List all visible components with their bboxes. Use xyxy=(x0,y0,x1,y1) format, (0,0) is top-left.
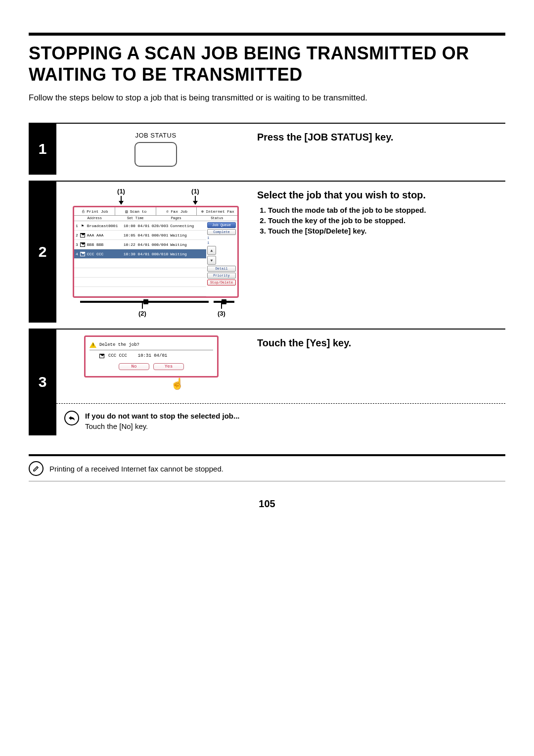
col-address: Address xyxy=(74,216,115,220)
envelope-icon xyxy=(99,353,104,358)
step-number: 2 xyxy=(29,181,56,323)
footer-note-text: Printing of a received Internet fax cann… xyxy=(49,465,223,473)
col-status: Status xyxy=(197,216,238,220)
col-pages: Pages xyxy=(156,216,197,220)
column-headers: Address Set Time Pages Status xyxy=(74,216,237,221)
step-heading: Touch the [Yes] key. xyxy=(257,337,501,349)
printer-icon: ⎙ xyxy=(81,209,86,214)
substep-2: Touch the key of the job to be stopped. xyxy=(268,216,501,225)
manual-page: STOPPING A SCAN JOB BEING TRANSMITTED OR… xyxy=(0,0,534,539)
scroll-up-button[interactable]: ▲ xyxy=(207,246,216,255)
job-queue-button[interactable]: Job Queue xyxy=(207,222,236,228)
tab-label: Internet Fax xyxy=(206,209,234,214)
tab-scan-to[interactable]: ▤Scan to xyxy=(115,207,156,215)
tab-fax-job[interactable]: ✆Fax Job xyxy=(156,207,197,215)
step-number: 3 xyxy=(29,329,56,435)
phone-icon: ✆ xyxy=(165,209,170,214)
job-row-empty xyxy=(74,268,206,278)
broadcast-icon: ⚑ xyxy=(80,223,85,228)
job-row[interactable]: 1 ⚑ Broadcast0001 10:00 04/01 020/003 Co… xyxy=(74,221,206,231)
note-body: Touch the [No] key. xyxy=(85,422,240,430)
callouts-bottom: (2) (3) xyxy=(74,301,237,315)
callout-2: (2) xyxy=(138,310,146,317)
sets-value-2: 1 xyxy=(207,241,209,245)
job-row-empty xyxy=(74,287,206,296)
col-set-time: Set Time xyxy=(115,216,156,220)
callout-3: (3) xyxy=(218,310,225,317)
substep-1: Touch the mode tab of the job to be stop… xyxy=(268,206,501,214)
confirm-dialog: Delete the job? CCC CCC 10:31 04/01 No Y… xyxy=(84,335,219,378)
job-list: 1 ⚑ Broadcast0001 10:00 04/01 020/003 Co… xyxy=(74,221,206,296)
envelope-icon xyxy=(80,242,85,247)
mode-tabs: ⎙Print Job ▤Scan to ✆Fax Job ⊕Internet F… xyxy=(74,207,237,216)
footer-note: Printing of a received Internet fax cann… xyxy=(29,456,505,481)
job-status-screen: ⎙Print Job ▤Scan to ✆Fax Job ⊕Internet F… xyxy=(73,206,239,298)
dialog-job-time: 10:31 04/01 xyxy=(138,353,167,358)
job-status-key[interactable] xyxy=(134,142,177,167)
envelope-icon xyxy=(80,251,85,256)
substeps: Touch the mode tab of the job to be stop… xyxy=(257,206,501,235)
callout-1b: (1) xyxy=(188,188,203,203)
step-heading: Press the [JOB STATUS] key. xyxy=(257,132,501,143)
revert-note: If you do not want to stop the selected … xyxy=(56,409,505,435)
substep-3: Touch the [Stop/Delete] key. xyxy=(268,227,501,235)
tab-label: Fax Job xyxy=(171,209,188,214)
detail-button[interactable]: Detail xyxy=(207,266,236,272)
job-row-empty xyxy=(74,259,206,268)
tab-internet-fax[interactable]: ⊕Internet Fax xyxy=(197,207,237,215)
dashed-divider xyxy=(56,403,505,404)
sets-value-1: 1 xyxy=(207,236,209,240)
envelope-icon xyxy=(80,233,85,237)
callouts-top: (1) (1) xyxy=(74,188,237,203)
scroll-down-button[interactable]: ▼ xyxy=(207,256,216,265)
step-2: 2 (1) (1) ⎙Print Job ▤Scan to ✆Fax Job xyxy=(29,181,505,323)
no-button[interactable]: No xyxy=(119,363,149,370)
top-rule xyxy=(29,33,505,36)
yes-button[interactable]: Yes xyxy=(153,363,184,370)
step-3: 3 Delete the job? CCC CCC 10:31 04/01 xyxy=(29,329,505,435)
stop-delete-button[interactable]: Stop/Delete xyxy=(207,280,236,285)
note-heading: If you do not want to stop the selected … xyxy=(85,412,240,420)
job-row-selected[interactable]: 4 CCC CCC 10:30 04/01 000/010 Waiting xyxy=(74,249,206,259)
complete-button[interactable]: Complete xyxy=(207,229,236,235)
job-row-empty xyxy=(74,278,206,287)
dialog-prompt: Delete the job? xyxy=(99,342,139,347)
pencil-note-icon xyxy=(29,461,44,476)
tab-label: Print Job xyxy=(87,209,108,214)
job-status-key-illustration: JOB STATUS xyxy=(134,130,177,167)
scan-icon: ▤ xyxy=(124,209,129,214)
tab-print-job[interactable]: ⎙Print Job xyxy=(74,207,115,215)
dialog-job-name: CCC CCC xyxy=(108,353,127,358)
step-number: 1 xyxy=(29,123,56,175)
intro-text: Follow the steps below to stop a job tha… xyxy=(29,93,505,103)
priority-button[interactable]: Priority xyxy=(207,273,236,279)
step-heading: Select the job that you wish to stop. xyxy=(257,189,501,201)
page-number: 105 xyxy=(29,498,505,510)
warning-icon xyxy=(89,342,96,348)
globe-icon: ⊕ xyxy=(200,209,205,214)
job-row[interactable]: 3 BBB BBB 10:22 04/01 000/004 Waiting xyxy=(74,240,206,249)
page-title: STOPPING A SCAN JOB BEING TRANSMITTED OR… xyxy=(29,43,505,85)
callout-1a: (1) xyxy=(114,188,129,203)
step-1: 1 JOB STATUS Press the [JOB STATUS] key. xyxy=(29,123,505,175)
return-icon xyxy=(64,411,79,425)
side-buttons: Job Queue Complete 1 1 ▲ xyxy=(206,221,237,296)
key-label: JOB STATUS xyxy=(135,132,176,139)
tab-label: Scan to xyxy=(130,209,147,214)
pointing-hand-icon: ☝ xyxy=(171,378,184,390)
job-row[interactable]: 2 AAA AAA 10:05 04/01 000/001 Waiting xyxy=(74,231,206,240)
